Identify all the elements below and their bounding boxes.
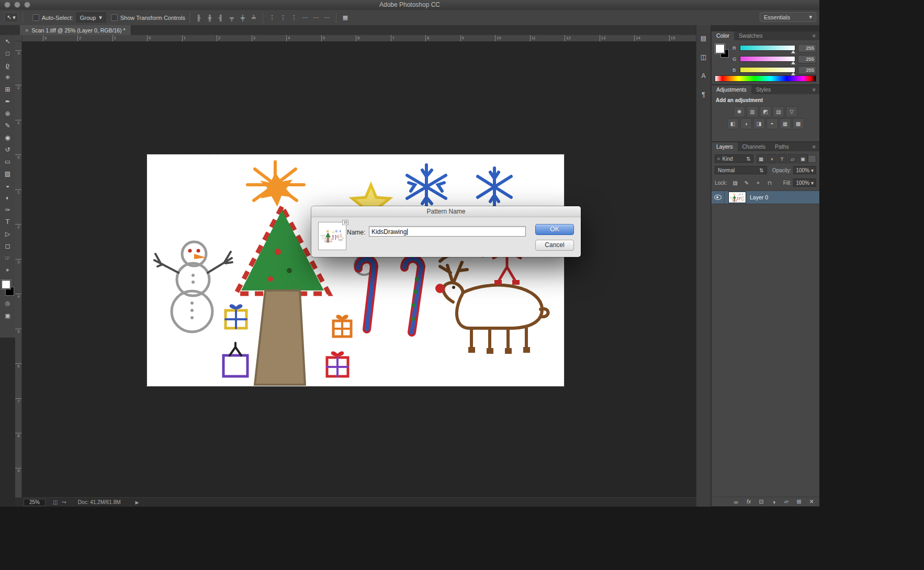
auto-align-layers-icon[interactable]: ▦ — [341, 13, 350, 23]
document-tab[interactable]: × Scan 1.tiff @ 25% (Layer 0, RGB/16) * — [20, 25, 131, 35]
filter-type-layers-icon[interactable]: T — [777, 154, 787, 163]
add-layer-mask-icon[interactable]: ⊡ — [758, 498, 765, 506]
shape-tool[interactable]: ◻ — [0, 240, 15, 252]
canvas[interactable] — [147, 154, 564, 386]
clone-stamp-tool[interactable]: ◉ — [0, 131, 15, 143]
align-vertical-centers-icon[interactable]: ╪ — [238, 13, 247, 23]
distribute-left-edges-icon[interactable]: ⋯ — [300, 13, 310, 23]
auto-select-scope-dropdown[interactable]: Group ▾ — [76, 13, 106, 23]
layer-effects-icon[interactable]: fx — [745, 498, 752, 506]
distribute-bottom-edges-icon[interactable]: ⋮ — [289, 13, 299, 23]
history-panel-icon[interactable]: ▤ — [698, 32, 709, 44]
lock-all-icon[interactable]: ⊓ — [766, 179, 773, 186]
close-tab-icon[interactable]: × — [25, 27, 28, 33]
color-spectrum-bar[interactable] — [715, 75, 816, 82]
color-balance-adjustment-icon[interactable]: ◑ — [740, 118, 752, 129]
dialog-title-bar[interactable]: Pattern Name — [311, 206, 581, 217]
layer-thumbnail[interactable] — [728, 192, 746, 203]
crop-tool[interactable]: ⊞ — [0, 83, 15, 95]
auto-select-checkbox[interactable] — [32, 14, 39, 21]
tab-channels[interactable]: Channels — [738, 142, 770, 151]
pen-tool[interactable]: ✑ — [0, 204, 15, 216]
blur-tool[interactable]: ◒ — [0, 180, 15, 192]
vibrance-adjustment-icon[interactable]: ▽ — [786, 106, 797, 117]
healing-brush-tool[interactable]: ⊕ — [0, 107, 15, 119]
curves-adjustment-icon[interactable]: ◩ — [760, 106, 771, 117]
show-transform-controls-checkbox[interactable] — [111, 14, 118, 21]
levels-adjustment-icon[interactable]: ▥ — [747, 106, 758, 117]
layer-row-layer0[interactable]: Layer 0 — [712, 191, 819, 204]
opacity-field[interactable]: 100% ▾ — [793, 166, 816, 174]
hue-saturation-adjustment-icon[interactable]: ◧ — [727, 118, 739, 129]
layer-name[interactable]: Layer 0 — [750, 194, 768, 200]
foreground-color-swatch[interactable] — [2, 280, 10, 289]
status-share-icon[interactable]: ↪ — [62, 499, 66, 505]
properties-panel-icon[interactable]: ◫ — [698, 51, 709, 63]
rectangular-marquee-tool[interactable]: □ — [0, 47, 15, 59]
status-doc-icon[interactable]: ◫ — [53, 499, 58, 505]
exposure-adjustment-icon[interactable]: ▤ — [773, 106, 784, 117]
new-group-icon[interactable]: ▱ — [783, 498, 790, 506]
channel-slider[interactable] — [740, 45, 795, 51]
type-tool[interactable]: T — [0, 216, 15, 228]
eraser-tool[interactable]: ▭ — [0, 155, 15, 167]
workspace-switcher[interactable]: Essentials ▾ — [760, 12, 816, 22]
distribute-right-edges-icon[interactable]: ⋯ — [322, 13, 332, 23]
lock-image-pixels-icon[interactable]: ✎ — [743, 179, 750, 186]
quick-mask-mode-button[interactable]: ◎ — [0, 298, 15, 308]
gradient-tool[interactable]: ▨ — [0, 167, 15, 180]
lock-position-icon[interactable]: + — [754, 179, 762, 186]
hand-tool[interactable]: ☞ — [0, 252, 15, 264]
panel-menu-icon[interactable]: ≡ — [809, 31, 819, 40]
zoom-tool[interactable]: ⌖ — [0, 264, 15, 276]
channel-value-field[interactable]: 255 — [798, 44, 816, 52]
tab-paths[interactable]: Paths — [770, 142, 794, 151]
paragraph-panel-icon[interactable]: ¶ — [698, 89, 709, 100]
tool-preset-dropdown[interactable]: ↖ ▾ — [4, 13, 18, 23]
tab-styles[interactable]: Styles — [751, 85, 776, 94]
window-title-bar[interactable]: Adobe Photoshop CC — [0, 0, 819, 10]
align-left-edges-icon[interactable]: ╟ — [194, 13, 204, 23]
tab-adjustments[interactable]: Adjustments — [712, 85, 751, 94]
distribute-top-edges-icon[interactable]: ⋮ — [267, 13, 277, 23]
status-flyout-icon[interactable]: ▶ — [136, 500, 139, 505]
align-right-edges-icon[interactable]: ╢ — [216, 13, 226, 23]
move-tool[interactable]: ↖ — [0, 35, 15, 47]
channel-slider[interactable] — [740, 56, 795, 62]
new-layer-icon[interactable]: ⊞ — [795, 498, 803, 506]
photo-filter-adjustment-icon[interactable]: ◓ — [767, 118, 778, 129]
layer-filter-kind-dropdown[interactable]: ⌕ Kind ⇅ — [715, 154, 753, 163]
brightness-contrast-adjustment-icon[interactable]: ✺ — [734, 106, 745, 117]
character-panel-icon[interactable]: A — [698, 70, 709, 82]
history-brush-tool[interactable]: ↺ — [0, 143, 15, 155]
link-layers-icon[interactable]: ∞ — [733, 498, 740, 506]
distribute-horizontal-centers-icon[interactable]: ⋯ — [311, 13, 321, 23]
tab-swatches[interactable]: Swatches — [734, 31, 768, 40]
ok-button[interactable]: OK — [535, 224, 574, 235]
color-lookup-adjustment-icon[interactable]: ▩ — [793, 118, 804, 129]
filter-adjustment-layers-icon[interactable]: ◑ — [767, 154, 776, 163]
channel-slider[interactable] — [740, 67, 795, 73]
tab-color[interactable]: Color — [712, 31, 734, 40]
distribute-vertical-centers-icon[interactable]: ⋮ — [278, 13, 288, 23]
eyedropper-tool[interactable]: ✒ — [0, 95, 15, 107]
channel-value-field[interactable]: 255 — [798, 66, 816, 74]
channel-mixer-adjustment-icon[interactable]: ▦ — [780, 118, 791, 129]
dodge-tool[interactable]: ◐ — [0, 192, 15, 204]
fill-field[interactable]: 100% ▾ — [793, 178, 816, 187]
quick-selection-tool[interactable]: ✳ — [0, 71, 15, 83]
panel-menu-icon[interactable]: ≡ — [809, 85, 819, 94]
panel-menu-icon[interactable]: ≡ — [809, 142, 819, 151]
tab-layers[interactable]: Layers — [712, 142, 738, 151]
pattern-name-input[interactable]: KidsDrawing — [369, 226, 526, 237]
black-white-adjustment-icon[interactable]: ◨ — [753, 118, 765, 129]
filter-smart-objects-icon[interactable]: ▣ — [798, 154, 808, 163]
foreground-background-swatches[interactable] — [2, 280, 14, 296]
slider-thumb-icon[interactable] — [791, 50, 795, 53]
lock-transparent-pixels-icon[interactable]: ▨ — [731, 179, 739, 186]
layer-visibility-toggle[interactable] — [712, 191, 725, 204]
foreground-color-swatch[interactable] — [715, 44, 725, 53]
align-horizontal-centers-icon[interactable]: ╫ — [205, 13, 215, 23]
brush-tool[interactable]: ✎ — [0, 119, 15, 131]
align-top-edges-icon[interactable]: ╤ — [227, 13, 236, 23]
